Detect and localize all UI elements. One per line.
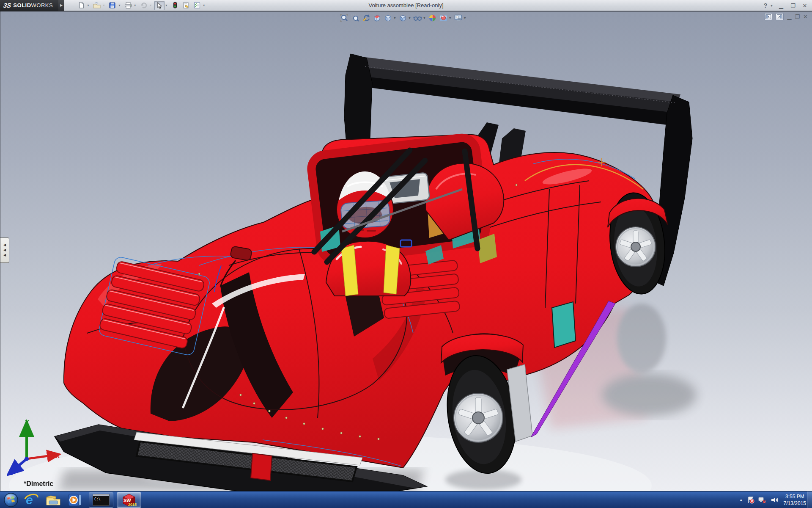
feature-tree-collapsed-tab[interactable]: ◀ ◀ ◀ xyxy=(0,237,9,263)
folder-icon xyxy=(46,494,61,506)
command-prompt-icon: C:\_ xyxy=(93,494,110,506)
view-orientation-label: *Dimetric xyxy=(24,480,53,488)
start-button[interactable] xyxy=(2,491,20,508)
new-document-button[interactable] xyxy=(76,1,86,10)
new-dropdown[interactable]: ▼ xyxy=(87,4,90,7)
print-dropdown[interactable]: ▼ xyxy=(134,4,137,7)
sw-year: 2015 xyxy=(128,502,137,507)
undo-button[interactable] xyxy=(139,1,149,10)
select-dropdown[interactable]: ▼ xyxy=(165,4,168,7)
show-desktop-button[interactable] xyxy=(807,491,812,508)
pane-right-toggle[interactable] xyxy=(776,13,784,20)
help-button[interactable]: ? xyxy=(762,3,769,8)
view-settings-dropdown[interactable]: ▼ xyxy=(464,17,466,19)
zoom-to-area-button[interactable] xyxy=(350,13,360,23)
triad-x-label: X xyxy=(55,452,60,459)
select-button[interactable] xyxy=(154,1,165,10)
save-button[interactable] xyxy=(107,1,118,10)
main-toolbar: ▼ ▼ ▼ ▼ ▼ ▼ ▼ xyxy=(76,1,207,10)
menu-flyout-arrow[interactable]: ▶ xyxy=(58,0,64,11)
taskbar-item-windows-explorer[interactable] xyxy=(42,491,64,508)
close-button[interactable]: ✕ xyxy=(801,3,809,8)
titlebar: 3S SOLIDWORKS ▶ ▼ ▼ ▼ ▼ ▼ ▼ xyxy=(0,0,812,11)
apply-scene-dropdown[interactable]: ▼ xyxy=(449,17,452,19)
media-player-icon xyxy=(68,493,82,507)
taskbar-item-command-prompt[interactable]: C:\_ xyxy=(89,492,113,508)
options-button[interactable] xyxy=(192,1,202,10)
internet-explorer-icon: e xyxy=(24,493,38,507)
rebuild-button[interactable] xyxy=(170,1,180,10)
hide-show-items-button[interactable] xyxy=(412,13,423,23)
taskbar-item-internet-explorer[interactable]: e xyxy=(20,491,42,508)
grille-center-pillar xyxy=(251,453,272,480)
doc-close-button[interactable]: ✕ xyxy=(803,14,808,19)
volume-icon[interactable] xyxy=(771,496,778,504)
view-orientation-dropdown[interactable]: ▼ xyxy=(393,17,396,19)
taskbar-item-media-player[interactable] xyxy=(64,491,86,508)
display-style-button[interactable] xyxy=(398,13,408,23)
graphics-area[interactable]: ▼ ▼ ▼ ▼ ▼ ▁ ❐ xyxy=(0,11,812,491)
undo-dropdown[interactable]: ▼ xyxy=(149,4,152,7)
edit-appearance-button[interactable] xyxy=(427,13,438,23)
taskbar-clock[interactable]: 3:55 PM 7/13/2015 xyxy=(784,493,806,507)
collapse-arrow-icon: ◀ xyxy=(3,243,6,247)
collapse-arrow-icon: ◀ xyxy=(3,248,6,252)
pane-left-toggle[interactable] xyxy=(764,13,772,20)
window-controls: ? ▼ ▁ ❐ ✕ xyxy=(762,0,809,11)
headsup-view-toolbar: ▼ ▼ ▼ ▼ ▼ xyxy=(339,12,467,23)
triad-z-label: Z xyxy=(9,469,13,476)
brand-light: WORKS xyxy=(31,2,53,8)
taskbar: e C:\_ xyxy=(0,491,812,508)
system-tray: ▲ 3:55 PM 7/13/2015 xyxy=(739,491,806,508)
cmd-label: C:\_ xyxy=(94,497,102,501)
apply-scene-button[interactable] xyxy=(438,13,449,23)
section-view-button[interactable] xyxy=(372,13,382,23)
view-orientation-button[interactable] xyxy=(383,13,393,23)
desktop: 3S SOLIDWORKS ▶ ▼ ▼ ▼ ▼ ▼ ▼ xyxy=(0,0,812,508)
file-properties-button[interactable] xyxy=(181,1,191,10)
document-window-controls: ▁ ❐ ✕ xyxy=(764,13,808,20)
collapse-arrow-icon: ◀ xyxy=(3,254,6,257)
previous-view-button[interactable] xyxy=(361,13,371,23)
taskbar-item-solidworks[interactable]: SW 2015 xyxy=(117,492,141,508)
clock-time: 3:55 PM xyxy=(784,493,806,500)
options-dropdown[interactable]: ▼ xyxy=(203,4,206,7)
view-settings-button[interactable] xyxy=(453,13,464,23)
print-button[interactable] xyxy=(123,1,133,10)
hide-show-items-dropdown[interactable]: ▼ xyxy=(423,17,426,19)
hidden-icons-button[interactable]: ▲ xyxy=(739,498,743,502)
zoom-to-fit-button[interactable] xyxy=(339,13,349,23)
network-disconnected-icon[interactable] xyxy=(758,496,767,504)
open-button[interactable] xyxy=(92,1,102,10)
minimize-button[interactable]: ▁ xyxy=(777,3,785,8)
solidworks-logo-glyph: 3S xyxy=(3,2,12,9)
brand-bold: SOLID xyxy=(13,2,31,8)
doc-minimize-button[interactable]: ▁ xyxy=(787,14,791,19)
coordinate-triad: Y X Z xyxy=(7,415,62,478)
viewport-canvas[interactable] xyxy=(0,11,812,491)
save-dropdown[interactable]: ▼ xyxy=(118,4,121,7)
open-dropdown[interactable]: ▼ xyxy=(102,4,105,7)
solidworks-logo: 3S SOLIDWORKS xyxy=(0,0,58,11)
side-window-teal xyxy=(552,302,576,348)
triad-y-label: Y xyxy=(25,418,29,425)
restore-button[interactable]: ❐ xyxy=(789,3,797,8)
doc-restore-button[interactable]: ❐ xyxy=(795,14,800,19)
help-dropdown[interactable]: ▼ xyxy=(770,4,773,7)
solidworks-2015-icon: SW 2015 xyxy=(121,493,137,507)
action-center-icon[interactable] xyxy=(747,496,754,504)
clock-date: 7/13/2015 xyxy=(784,500,806,507)
display-style-dropdown[interactable]: ▼ xyxy=(408,17,411,19)
